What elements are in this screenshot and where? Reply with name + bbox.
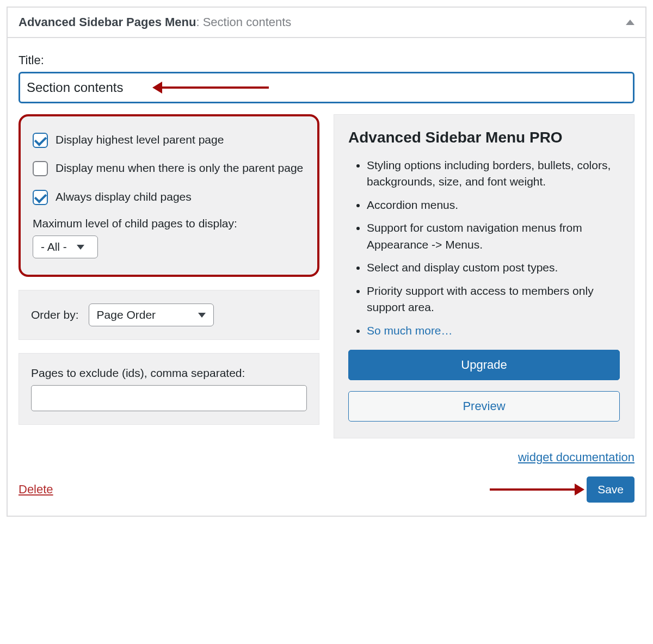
more-link[interactable]: So much more… (367, 324, 453, 337)
widget-panel: Advanced Sidebar Pages Menu: Section con… (7, 7, 646, 517)
list-item: Support for custom navigation menus from… (367, 220, 620, 253)
checkbox-label: Display menu when there is only the pare… (56, 160, 303, 176)
checkbox-icon[interactable] (33, 133, 48, 148)
checkbox-icon[interactable] (33, 190, 48, 205)
title-row (19, 72, 634, 103)
footer-actions: Delete Save (19, 476, 634, 503)
select-value: Page Order (97, 308, 156, 321)
pro-feature-list: Styling options including borders, bulle… (348, 157, 620, 339)
widget-title-suffix: : Section contents (196, 15, 291, 29)
display-options-section: Display highest level parent page Displa… (19, 114, 319, 277)
max-level-label: Maximum level of child pages to display: (33, 217, 305, 230)
list-item: Styling options including borders, bulle… (367, 157, 620, 190)
option-display-when-only-parent[interactable]: Display menu when there is only the pare… (33, 160, 305, 176)
collapse-toggle-icon[interactable] (626, 20, 634, 25)
save-button[interactable]: Save (587, 476, 634, 503)
documentation-link[interactable]: widget documentation (518, 450, 634, 464)
chevron-down-icon (198, 313, 206, 318)
list-item: So much more… (367, 323, 620, 339)
exclude-input[interactable] (31, 385, 307, 411)
right-column: Advanced Sidebar Menu PRO Styling option… (334, 114, 634, 438)
select-value: - All - (41, 240, 67, 253)
title-label: Title: (19, 53, 634, 67)
footer-links: widget documentation (19, 450, 634, 465)
pro-panel: Advanced Sidebar Menu PRO Styling option… (334, 114, 634, 438)
checkbox-label: Display highest level parent page (56, 132, 224, 148)
exclude-section: Pages to exclude (ids), comma separated: (19, 353, 319, 425)
title-input[interactable] (19, 72, 634, 103)
order-by-select[interactable]: Page Order (89, 304, 214, 326)
upgrade-button[interactable]: Upgrade (348, 350, 620, 380)
save-group: Save (490, 476, 634, 503)
option-always-display-child[interactable]: Always display child pages (33, 189, 305, 205)
order-by-label: Order by: (31, 308, 79, 321)
columns: Display highest level parent page Displa… (19, 114, 634, 438)
annotation-arrow-icon (490, 488, 577, 491)
max-level-select[interactable]: - All - (33, 236, 98, 258)
list-item: Accordion menus. (367, 197, 620, 213)
pro-title: Advanced Sidebar Menu PRO (348, 129, 620, 146)
widget-title: Advanced Sidebar Pages Menu: Section con… (19, 15, 291, 29)
preview-button[interactable]: Preview (348, 391, 620, 422)
delete-link[interactable]: Delete (19, 482, 53, 497)
left-column: Display highest level parent page Displa… (19, 114, 319, 425)
exclude-label: Pages to exclude (ids), comma separated: (31, 367, 307, 380)
checkbox-label: Always display child pages (56, 189, 192, 205)
widget-body: Title: Display highest level parent page… (8, 38, 645, 516)
option-display-highest-parent[interactable]: Display highest level parent page (33, 132, 305, 148)
widget-title-name: Advanced Sidebar Pages Menu (19, 15, 196, 29)
checkbox-icon[interactable] (33, 161, 48, 176)
list-item: Priority support with access to members … (367, 283, 620, 316)
list-item: Select and display custom post types. (367, 259, 620, 276)
widget-header[interactable]: Advanced Sidebar Pages Menu: Section con… (8, 8, 645, 38)
chevron-down-icon (77, 245, 84, 250)
order-section: Order by: Page Order (19, 290, 319, 340)
